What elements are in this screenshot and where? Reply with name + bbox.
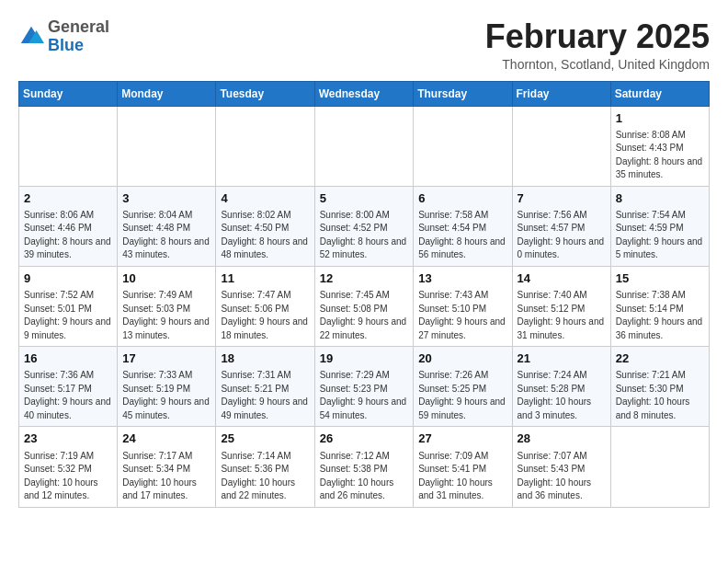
day-info: Sunrise: 7:14 AM Sunset: 5:36 PM Dayligh… bbox=[221, 450, 309, 503]
day-number: 7 bbox=[518, 190, 606, 207]
table-row: 27Sunrise: 7:09 AM Sunset: 5:41 PM Dayli… bbox=[414, 427, 512, 507]
day-info: Sunrise: 7:45 AM Sunset: 5:08 PM Dayligh… bbox=[320, 289, 409, 342]
table-row: 7Sunrise: 7:56 AM Sunset: 4:57 PM Daylig… bbox=[512, 186, 610, 266]
table-row bbox=[512, 106, 610, 186]
day-number: 3 bbox=[122, 190, 210, 207]
location-subtitle: Thornton, Scotland, United Kingdom bbox=[485, 57, 710, 72]
day-number: 19 bbox=[320, 350, 409, 367]
day-number: 14 bbox=[518, 270, 606, 287]
col-thursday: Thursday bbox=[414, 81, 512, 106]
day-number: 15 bbox=[616, 270, 704, 287]
table-row: 21Sunrise: 7:24 AM Sunset: 5:28 PM Dayli… bbox=[512, 347, 610, 427]
day-number: 8 bbox=[616, 190, 704, 207]
table-row: 4Sunrise: 8:02 AM Sunset: 4:50 PM Daylig… bbox=[216, 186, 314, 266]
day-info: Sunrise: 7:12 AM Sunset: 5:38 PM Dayligh… bbox=[320, 450, 409, 503]
table-row: 3Sunrise: 8:04 AM Sunset: 4:48 PM Daylig… bbox=[118, 186, 216, 266]
table-row bbox=[610, 427, 709, 507]
day-info: Sunrise: 7:58 AM Sunset: 4:54 PM Dayligh… bbox=[418, 209, 506, 262]
table-row: 5Sunrise: 8:00 AM Sunset: 4:52 PM Daylig… bbox=[314, 186, 414, 266]
day-info: Sunrise: 7:36 AM Sunset: 5:17 PM Dayligh… bbox=[24, 369, 112, 422]
day-number: 26 bbox=[320, 431, 409, 447]
table-row: 23Sunrise: 7:19 AM Sunset: 5:32 PM Dayli… bbox=[19, 427, 118, 507]
table-row: 9Sunrise: 7:52 AM Sunset: 5:01 PM Daylig… bbox=[19, 266, 118, 346]
day-info: Sunrise: 8:00 AM Sunset: 4:52 PM Dayligh… bbox=[320, 209, 409, 262]
table-row: 10Sunrise: 7:49 AM Sunset: 5:03 PM Dayli… bbox=[118, 266, 216, 346]
calendar-week-row: 16Sunrise: 7:36 AM Sunset: 5:17 PM Dayli… bbox=[19, 347, 710, 427]
logo-blue: Blue bbox=[48, 36, 84, 54]
day-number: 21 bbox=[518, 350, 606, 367]
col-sunday: Sunday bbox=[19, 81, 118, 106]
col-tuesday: Tuesday bbox=[216, 81, 314, 106]
day-number: 22 bbox=[616, 350, 704, 367]
calendar-week-row: 9Sunrise: 7:52 AM Sunset: 5:01 PM Daylig… bbox=[19, 266, 710, 346]
day-info: Sunrise: 7:17 AM Sunset: 5:34 PM Dayligh… bbox=[122, 450, 210, 503]
day-info: Sunrise: 7:52 AM Sunset: 5:01 PM Dayligh… bbox=[24, 289, 112, 342]
calendar-week-row: 23Sunrise: 7:19 AM Sunset: 5:32 PM Dayli… bbox=[19, 427, 710, 507]
day-info: Sunrise: 7:56 AM Sunset: 4:57 PM Dayligh… bbox=[518, 209, 606, 262]
page-header: General Blue February 2025 Thornton, Sco… bbox=[18, 18, 710, 72]
day-number: 25 bbox=[221, 431, 309, 447]
day-info: Sunrise: 7:33 AM Sunset: 5:19 PM Dayligh… bbox=[122, 369, 210, 422]
table-row: 22Sunrise: 7:21 AM Sunset: 5:30 PM Dayli… bbox=[610, 347, 709, 427]
day-number: 17 bbox=[122, 350, 210, 367]
calendar-table: Sunday Monday Tuesday Wednesday Thursday… bbox=[18, 81, 710, 508]
table-row: 2Sunrise: 8:06 AM Sunset: 4:46 PM Daylig… bbox=[19, 186, 118, 266]
table-row: 12Sunrise: 7:45 AM Sunset: 5:08 PM Dayli… bbox=[314, 266, 414, 346]
day-info: Sunrise: 7:26 AM Sunset: 5:25 PM Dayligh… bbox=[418, 369, 506, 422]
day-number: 12 bbox=[320, 270, 409, 287]
day-number: 27 bbox=[418, 431, 506, 447]
day-number: 23 bbox=[24, 431, 112, 447]
table-row: 16Sunrise: 7:36 AM Sunset: 5:17 PM Dayli… bbox=[19, 347, 118, 427]
month-title: February 2025 bbox=[485, 18, 710, 55]
day-info: Sunrise: 8:06 AM Sunset: 4:46 PM Dayligh… bbox=[24, 209, 112, 262]
day-info: Sunrise: 7:47 AM Sunset: 5:06 PM Dayligh… bbox=[221, 289, 309, 342]
table-row: 25Sunrise: 7:14 AM Sunset: 5:36 PM Dayli… bbox=[216, 427, 314, 507]
table-row bbox=[414, 106, 512, 186]
day-number: 5 bbox=[320, 190, 409, 207]
calendar-week-row: 1Sunrise: 8:08 AM Sunset: 4:43 PM Daylig… bbox=[19, 106, 710, 186]
day-info: Sunrise: 7:54 AM Sunset: 4:59 PM Dayligh… bbox=[616, 209, 704, 262]
day-info: Sunrise: 7:19 AM Sunset: 5:32 PM Dayligh… bbox=[24, 450, 112, 503]
day-number: 18 bbox=[221, 350, 309, 367]
table-row bbox=[216, 106, 314, 186]
col-saturday: Saturday bbox=[610, 81, 709, 106]
day-number: 16 bbox=[24, 350, 112, 367]
calendar-week-row: 2Sunrise: 8:06 AM Sunset: 4:46 PM Daylig… bbox=[19, 186, 710, 266]
table-row bbox=[19, 106, 118, 186]
day-info: Sunrise: 8:02 AM Sunset: 4:50 PM Dayligh… bbox=[221, 209, 309, 262]
day-number: 10 bbox=[122, 270, 210, 287]
logo: General Blue bbox=[18, 18, 109, 55]
day-info: Sunrise: 7:40 AM Sunset: 5:12 PM Dayligh… bbox=[518, 289, 606, 342]
table-row bbox=[314, 106, 414, 186]
day-number: 9 bbox=[24, 270, 112, 287]
table-row: 18Sunrise: 7:31 AM Sunset: 5:21 PM Dayli… bbox=[216, 347, 314, 427]
day-info: Sunrise: 7:21 AM Sunset: 5:30 PM Dayligh… bbox=[616, 369, 704, 422]
day-info: Sunrise: 7:07 AM Sunset: 5:43 PM Dayligh… bbox=[518, 450, 606, 503]
table-row: 17Sunrise: 7:33 AM Sunset: 5:19 PM Dayli… bbox=[118, 347, 216, 427]
title-block: February 2025 Thornton, Scotland, United… bbox=[485, 18, 710, 72]
calendar-header-row: Sunday Monday Tuesday Wednesday Thursday… bbox=[19, 81, 710, 106]
col-friday: Friday bbox=[512, 81, 610, 106]
logo-icon bbox=[18, 24, 44, 50]
day-number: 28 bbox=[518, 431, 606, 447]
table-row: 26Sunrise: 7:12 AM Sunset: 5:38 PM Dayli… bbox=[314, 427, 414, 507]
day-number: 13 bbox=[418, 270, 506, 287]
table-row: 8Sunrise: 7:54 AM Sunset: 4:59 PM Daylig… bbox=[610, 186, 709, 266]
day-number: 1 bbox=[616, 110, 704, 127]
table-row: 15Sunrise: 7:38 AM Sunset: 5:14 PM Dayli… bbox=[610, 266, 709, 346]
day-info: Sunrise: 7:29 AM Sunset: 5:23 PM Dayligh… bbox=[320, 369, 409, 422]
day-info: Sunrise: 8:08 AM Sunset: 4:43 PM Dayligh… bbox=[616, 129, 704, 182]
day-info: Sunrise: 7:43 AM Sunset: 5:10 PM Dayligh… bbox=[418, 289, 506, 342]
col-monday: Monday bbox=[118, 81, 216, 106]
col-wednesday: Wednesday bbox=[314, 81, 414, 106]
day-info: Sunrise: 7:31 AM Sunset: 5:21 PM Dayligh… bbox=[221, 369, 309, 422]
day-number: 20 bbox=[418, 350, 506, 367]
day-info: Sunrise: 7:24 AM Sunset: 5:28 PM Dayligh… bbox=[518, 369, 606, 422]
table-row: 14Sunrise: 7:40 AM Sunset: 5:12 PM Dayli… bbox=[512, 266, 610, 346]
table-row: 11Sunrise: 7:47 AM Sunset: 5:06 PM Dayli… bbox=[216, 266, 314, 346]
table-row: 6Sunrise: 7:58 AM Sunset: 4:54 PM Daylig… bbox=[414, 186, 512, 266]
table-row: 1Sunrise: 8:08 AM Sunset: 4:43 PM Daylig… bbox=[610, 106, 709, 186]
table-row: 20Sunrise: 7:26 AM Sunset: 5:25 PM Dayli… bbox=[414, 347, 512, 427]
day-info: Sunrise: 7:38 AM Sunset: 5:14 PM Dayligh… bbox=[616, 289, 704, 342]
table-row: 13Sunrise: 7:43 AM Sunset: 5:10 PM Dayli… bbox=[414, 266, 512, 346]
